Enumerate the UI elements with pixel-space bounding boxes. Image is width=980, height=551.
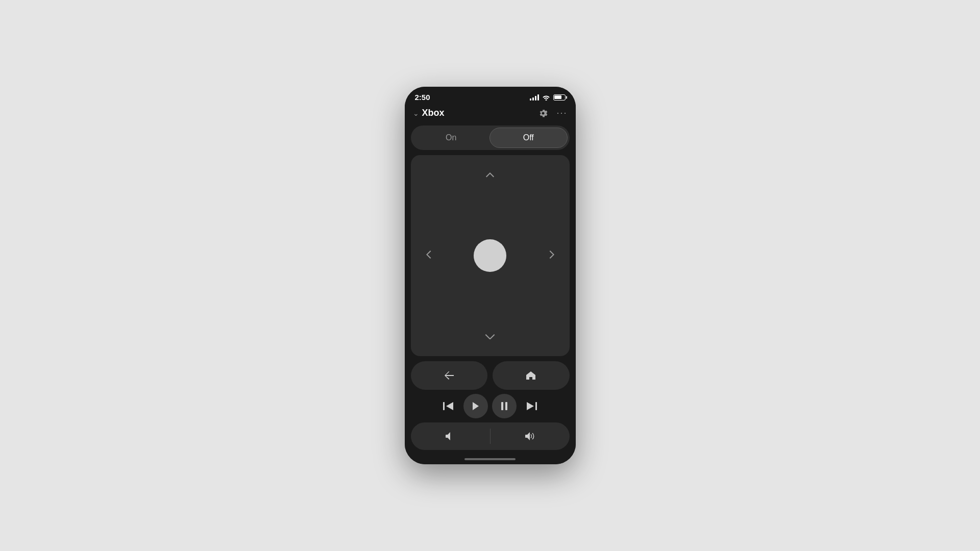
- dpad-center-row: [419, 239, 561, 272]
- dpad-center-button[interactable]: [474, 239, 506, 272]
- media-play-button[interactable]: [463, 394, 488, 418]
- media-controls-row: [411, 394, 570, 418]
- volume-down-button[interactable]: [411, 422, 490, 450]
- volume-row: [411, 422, 570, 450]
- media-next-button[interactable]: [521, 397, 542, 415]
- back-chevron-icon[interactable]: ⌄: [413, 109, 419, 117]
- dpad-up-button[interactable]: [479, 165, 501, 184]
- media-prev-button[interactable]: [438, 397, 459, 415]
- dpad-right-button[interactable]: [543, 245, 561, 266]
- battery-icon: [553, 94, 566, 101]
- svg-rect-1: [501, 402, 503, 410]
- app-header: ⌄ Xbox ···: [405, 105, 576, 123]
- app-content: ⌄ Xbox ··· On Off: [405, 105, 576, 455]
- svg-rect-0: [443, 402, 445, 410]
- toggle-off-button[interactable]: Off: [489, 128, 568, 148]
- app-title: Xbox: [422, 108, 445, 118]
- svg-rect-3: [535, 402, 537, 410]
- signal-bars-icon: [530, 94, 539, 101]
- header-right: ···: [538, 108, 567, 118]
- dpad-area: [411, 155, 570, 356]
- wifi-icon: [542, 94, 550, 101]
- dpad-down-button[interactable]: [479, 327, 501, 346]
- status-time: 2:50: [415, 93, 430, 102]
- phone-frame: 2:50 ⌄ Xbox ···: [405, 87, 576, 464]
- toggle-on-button[interactable]: On: [413, 128, 490, 148]
- home-indicator: [405, 455, 576, 464]
- dpad-down-row: [479, 327, 501, 346]
- nav-row: [411, 361, 570, 390]
- home-bar: [464, 458, 516, 460]
- power-toggle: On Off: [411, 126, 570, 150]
- dpad-left-button[interactable]: [419, 245, 437, 266]
- more-options-icon[interactable]: ···: [556, 108, 567, 118]
- status-bar: 2:50: [405, 87, 576, 105]
- header-left: ⌄ Xbox: [413, 108, 445, 118]
- svg-rect-2: [505, 402, 507, 410]
- gear-icon[interactable]: [538, 108, 548, 118]
- status-icons: [530, 94, 566, 101]
- volume-up-button[interactable]: [491, 422, 570, 450]
- back-button[interactable]: [411, 361, 488, 390]
- home-button[interactable]: [493, 361, 570, 390]
- media-pause-button[interactable]: [492, 394, 517, 418]
- dpad-up-row: [479, 165, 501, 184]
